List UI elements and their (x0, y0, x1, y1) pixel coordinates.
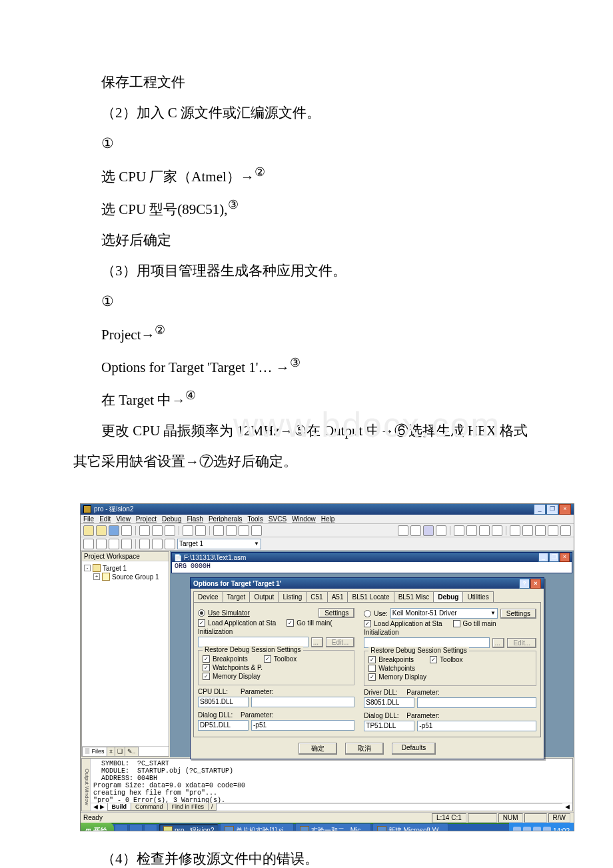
tab-target[interactable]: Target (223, 591, 251, 602)
tree-expand-icon[interactable]: + (93, 573, 100, 580)
tree-collapse-icon[interactable]: - (84, 565, 91, 571)
paste-icon[interactable] (165, 525, 175, 536)
rebuild-icon[interactable] (109, 539, 119, 549)
drv-bp-checkbox[interactable] (368, 656, 376, 663)
output-tab-command[interactable]: Command (131, 803, 168, 811)
cut-icon[interactable] (139, 525, 150, 536)
save-icon[interactable] (109, 525, 119, 536)
cancel-button[interactable]: 取消 (345, 743, 384, 755)
tab-listing[interactable]: Listing (278, 591, 306, 602)
sim-init-edit-button[interactable]: Edit... (326, 637, 355, 647)
start-button[interactable]: ⊞开始 (81, 823, 114, 831)
quicklaunch-media-icon[interactable] (144, 824, 157, 831)
sim-mem-checkbox[interactable] (203, 673, 210, 680)
output-window-icon[interactable] (492, 525, 502, 536)
print-preview-icon[interactable] (436, 525, 446, 536)
tool2-icon[interactable] (522, 525, 533, 536)
tray-network-icon[interactable] (533, 827, 541, 831)
menu-file[interactable]: File (83, 515, 94, 523)
binoculars-icon[interactable] (410, 525, 421, 536)
drv-dialog-param-field[interactable]: -p51 (417, 721, 536, 731)
driver-select[interactable]: Keil Monitor-51 Driver ▼ (390, 608, 498, 619)
drv-mem-checkbox[interactable] (368, 673, 376, 681)
menu-window[interactable]: Window (292, 515, 316, 523)
target-dropdown[interactable]: Target 1 ▼ (177, 539, 261, 549)
drv-load-app-checkbox[interactable] (364, 620, 371, 627)
save-all-icon[interactable] (121, 525, 132, 536)
menu-help[interactable]: Help (321, 515, 335, 523)
sim-load-app-checkbox[interactable] (198, 619, 205, 627)
sim-settings-button[interactable]: Settings (318, 608, 354, 618)
menu-tools[interactable]: Tools (248, 515, 263, 523)
sim-go-main-checkbox[interactable] (287, 619, 294, 627)
drv-init-edit-button[interactable]: Edit... (507, 638, 536, 648)
translate-icon[interactable] (83, 539, 94, 549)
tool3-icon[interactable] (535, 525, 546, 536)
menu-debug[interactable]: Debug (162, 515, 181, 523)
tab-output[interactable]: Output (249, 591, 279, 602)
bookmark-icon[interactable] (239, 525, 249, 536)
workspace-tab-books[interactable]: ❑ (115, 747, 125, 756)
open-icon[interactable] (96, 525, 107, 536)
build-icon[interactable] (96, 539, 107, 549)
cpu-param-field[interactable] (251, 697, 354, 707)
window-titlebar[interactable]: pro - 猩ision2 _ ❐ × (81, 504, 574, 515)
dialog-titlebar[interactable]: Options for Target 'Target 1' ? × (191, 578, 544, 589)
download-icon[interactable] (152, 539, 163, 549)
editor-maximize-button[interactable]: ❐ (549, 553, 559, 562)
tray-shield-icon[interactable] (543, 827, 551, 831)
use-driver-radio[interactable] (364, 610, 371, 617)
sim-wp-checkbox[interactable] (203, 664, 210, 671)
taskbar-item-doc1[interactable]: 单片机实验[1].si... (220, 823, 293, 831)
sim-init-browse-button[interactable]: ... (311, 637, 323, 647)
quicklaunch-ie-icon[interactable] (115, 824, 128, 831)
editor-body[interactable]: ORG 0000H (172, 562, 572, 573)
system-tray[interactable]: 14:02 (509, 823, 574, 831)
dialog-help-button[interactable]: ? (519, 579, 530, 589)
tray-volume-icon[interactable] (523, 827, 531, 831)
tab-a51[interactable]: A51 (327, 591, 348, 602)
sim-toolbox-checkbox[interactable] (264, 655, 271, 663)
copy-icon[interactable] (152, 525, 163, 536)
outdent-icon[interactable] (226, 525, 237, 536)
workspace-tab-files[interactable]: ☰ Files (82, 747, 107, 756)
menu-peripherals[interactable]: Peripherals (209, 515, 243, 523)
find-icon[interactable] (398, 525, 408, 536)
options-icon[interactable] (165, 539, 175, 549)
sim-bp-checkbox[interactable] (203, 655, 210, 663)
debug-start-icon[interactable] (454, 525, 464, 536)
tab-utilities[interactable]: Utilities (462, 591, 493, 602)
drv-init-browse-button[interactable]: ... (492, 638, 504, 648)
tree-target-node[interactable]: - Target 1 (84, 564, 167, 572)
maximize-button[interactable]: ❐ (546, 504, 558, 515)
output-text[interactable]: SYMBOL: ?C_START MODULE: STARTUP.obj (?C… (91, 759, 572, 803)
drv-toolbox-checkbox[interactable] (430, 656, 437, 663)
print-icon[interactable] (423, 525, 434, 536)
tool1-icon[interactable] (510, 525, 520, 536)
stop-build-icon[interactable] (139, 539, 150, 549)
drv-settings-button[interactable]: Settings (500, 609, 536, 619)
batch-build-icon[interactable] (121, 539, 132, 549)
workspace-tab-funcs[interactable]: ✎.. (125, 747, 139, 756)
indent-icon[interactable] (213, 525, 224, 536)
tree-group-node[interactable]: + Source Group 1 (93, 573, 167, 581)
tab-device[interactable]: Device (193, 591, 223, 602)
taskbar-item-doc3[interactable]: 新建 Microsoft W... (372, 823, 448, 831)
taskbar-item-keil[interactable]: pro - 猩ision2 (159, 823, 219, 831)
tab-c51[interactable]: C51 (306, 591, 327, 602)
defaults-button[interactable]: Defaults (392, 743, 436, 755)
window-icon[interactable] (479, 525, 490, 536)
dialog-close-button[interactable]: × (530, 579, 541, 589)
editor-minimize-button[interactable]: _ (538, 553, 548, 562)
tray-clock[interactable]: 14:02 (553, 827, 570, 832)
sim-dialog-dll-field[interactable]: DP51.DLL (198, 720, 249, 731)
menu-view[interactable]: View (116, 515, 131, 523)
tool4-icon[interactable] (548, 525, 558, 536)
close-button[interactable]: × (559, 504, 571, 515)
new-file-icon[interactable] (83, 525, 94, 536)
use-simulator-radio[interactable] (198, 609, 205, 617)
tray-lang-icon[interactable] (513, 827, 521, 831)
drv-go-main-checkbox[interactable] (453, 620, 460, 627)
driver-param-field[interactable] (417, 697, 536, 708)
project-tree[interactable]: - Target 1 + Source Group 1 (82, 561, 169, 746)
